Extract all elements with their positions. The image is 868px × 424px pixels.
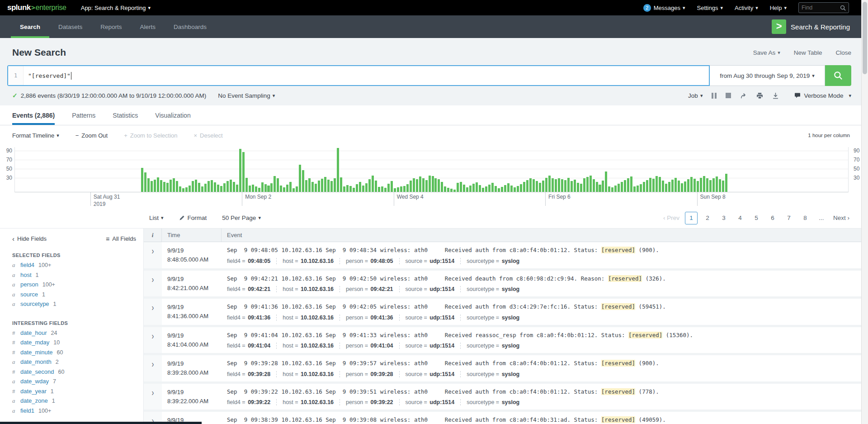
- timeline-bar[interactable]: [261, 182, 264, 192]
- timeline-bar[interactable]: [220, 186, 222, 192]
- event-field-field4[interactable]: field4 = 09:42:21: [227, 286, 276, 292]
- timeline-bar[interactable]: [189, 186, 191, 192]
- timeline-bar[interactable]: [577, 183, 579, 192]
- timeline-bar[interactable]: [305, 180, 307, 192]
- list-view-menu[interactable]: List: [149, 214, 164, 221]
- timeline-bar[interactable]: [226, 181, 229, 192]
- share-button[interactable]: [740, 92, 747, 99]
- timeline-bar[interactable]: [614, 186, 617, 192]
- timeline-bar[interactable]: [482, 188, 484, 192]
- nav-tab-alerts[interactable]: Alerts: [131, 15, 165, 38]
- timeline-bar[interactable]: [311, 182, 314, 192]
- timeline-bar[interactable]: [637, 186, 639, 192]
- timeline-bar[interactable]: [630, 176, 632, 192]
- timeline-bar[interactable]: [151, 181, 153, 192]
- timeline-bar[interactable]: [460, 182, 462, 192]
- timeline-bar[interactable]: [590, 176, 592, 192]
- field-link-date_year[interactable]: date_year: [20, 388, 47, 395]
- timeline-bar[interactable]: [334, 178, 336, 192]
- timeline-bar[interactable]: [384, 188, 387, 192]
- timeline-bar[interactable]: [675, 178, 677, 192]
- next-page-button[interactable]: Next ›: [831, 212, 851, 224]
- timeline-bar[interactable]: [643, 182, 645, 192]
- timeline-bar[interactable]: [526, 180, 528, 192]
- timeline-bar[interactable]: [242, 152, 245, 192]
- field-link-person[interactable]: person: [20, 281, 38, 288]
- new-table-button[interactable]: New Table: [794, 49, 822, 56]
- timeline-bar[interactable]: [599, 185, 601, 192]
- timeline-bar[interactable]: [580, 184, 582, 192]
- timeline-bar[interactable]: [476, 182, 478, 192]
- expand-chevron-icon[interactable]: ›: [152, 274, 154, 284]
- timeline-bar[interactable]: [397, 187, 399, 192]
- event-field-person[interactable]: person = 09:41:36: [340, 314, 399, 321]
- stop-button[interactable]: [726, 93, 731, 98]
- timeline-bar[interactable]: [233, 182, 235, 192]
- timeline-bar[interactable]: [289, 182, 292, 192]
- timeline-bar[interactable]: [510, 186, 513, 192]
- timeline-bar[interactable]: [611, 187, 613, 192]
- expand-chevron-icon[interactable]: ›: [152, 358, 154, 368]
- field-link-host[interactable]: host: [20, 272, 32, 278]
- field-link-date_mday[interactable]: date_mday: [20, 339, 49, 346]
- event-field-source[interactable]: source = udp:1514: [399, 314, 461, 321]
- timeline-bar[interactable]: [267, 186, 269, 192]
- timeline-bar[interactable]: [359, 182, 361, 192]
- timeline-bar[interactable]: [365, 183, 368, 192]
- page-button-2[interactable]: 2: [701, 212, 714, 224]
- event-field-source[interactable]: source = udp:1514: [399, 258, 461, 264]
- page-button-7[interactable]: 7: [783, 212, 795, 224]
- event-field-host[interactable]: host = 10.102.63.16: [276, 343, 340, 349]
- print-button[interactable]: [756, 92, 763, 99]
- timeline-bar[interactable]: [469, 186, 472, 192]
- event-field-sourcetype[interactable]: sourcetype = syslog: [460, 343, 525, 349]
- timeline-bar[interactable]: [239, 149, 241, 192]
- timeline-bar[interactable]: [422, 178, 425, 192]
- timeline-bar[interactable]: [671, 180, 674, 192]
- search-button[interactable]: [825, 65, 851, 86]
- event-field-source[interactable]: source = udp:1514: [399, 371, 461, 377]
- event-field-sourcetype[interactable]: sourcetype = syslog: [460, 314, 525, 321]
- timeline-bar[interactable]: [353, 188, 355, 192]
- timeline-bar[interactable]: [659, 177, 661, 192]
- zoom-out-button[interactable]: − Zoom Out: [75, 132, 108, 139]
- timeline-bar[interactable]: [485, 186, 487, 192]
- per-page-menu[interactable]: 50 Per Page: [222, 214, 261, 221]
- field-link-date_second[interactable]: date_second: [20, 368, 54, 375]
- timeline-bar[interactable]: [147, 178, 150, 192]
- timeline-bar[interactable]: [709, 180, 712, 192]
- timeline-bar[interactable]: [690, 177, 693, 192]
- timeline-bar[interactable]: [340, 177, 342, 192]
- timeline-bar[interactable]: [346, 185, 349, 192]
- timeline-bar[interactable]: [362, 186, 364, 192]
- timeline-bar[interactable]: [574, 180, 576, 192]
- timeline-bar[interactable]: [337, 148, 339, 192]
- timeline-bar[interactable]: [649, 178, 651, 192]
- timeline-bar[interactable]: [504, 185, 506, 192]
- timeline-bar[interactable]: [533, 179, 535, 192]
- event-field-source[interactable]: source = udp:1514: [399, 343, 461, 349]
- timeline-bar[interactable]: [725, 174, 727, 192]
- timeline-bar[interactable]: [204, 184, 207, 192]
- timeline-bar[interactable]: [432, 176, 434, 192]
- timeline-bar[interactable]: [195, 180, 197, 192]
- app-dropdown[interactable]: App: Search & Reporting: [81, 5, 151, 11]
- timeline-bar[interactable]: [208, 181, 210, 192]
- timeline-bar[interactable]: [163, 182, 165, 192]
- timeline-bar[interactable]: [330, 181, 333, 192]
- timeline-bar[interactable]: [277, 178, 279, 192]
- results-tab-events[interactable]: Events (2,886): [12, 105, 55, 125]
- timeline-bar[interactable]: [255, 186, 257, 192]
- field-link-date_month[interactable]: date_month: [20, 358, 52, 365]
- timeline-bar[interactable]: [378, 187, 380, 192]
- page-button-5[interactable]: 5: [750, 212, 763, 224]
- timeline-bar[interactable]: [703, 176, 705, 192]
- timeline-bar[interactable]: [368, 179, 371, 192]
- timeline-bar[interactable]: [678, 181, 680, 192]
- field-link-sourcetype[interactable]: sourcetype: [20, 300, 49, 307]
- timeline-bar[interactable]: [605, 172, 607, 192]
- find-search-input[interactable]: [802, 5, 840, 11]
- timeline-bar[interactable]: [176, 181, 178, 192]
- timeline-bar[interactable]: [444, 186, 446, 192]
- timeline-bar[interactable]: [198, 183, 200, 192]
